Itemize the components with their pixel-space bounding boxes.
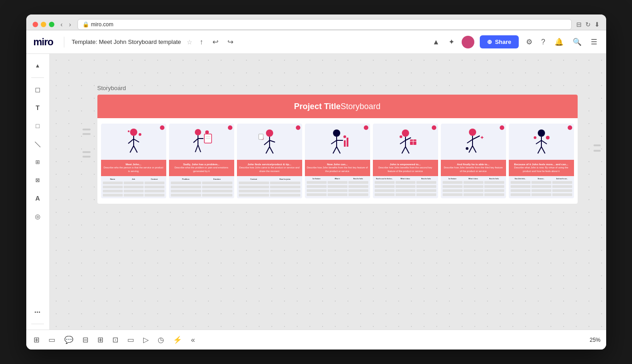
address-bar[interactable]: 🔒 miro.com — [77, 19, 572, 30]
svg-point-18 — [266, 129, 273, 137]
scene-card-1[interactable]: Meet John... Describe who the person is … — [101, 124, 166, 198]
svg-rect-25 — [259, 134, 263, 139]
tool-note[interactable]: ◻ — [29, 81, 46, 98]
document-title[interactable]: Template: Meet John Storyboard template — [72, 38, 181, 45]
side-notes — [82, 129, 91, 158]
lock-icon: 🔒 — [82, 21, 89, 28]
spark-tool[interactable]: ⚡ — [171, 334, 184, 346]
tool-shape[interactable]: □ — [29, 118, 46, 134]
scene-illustration-1 — [101, 124, 166, 160]
cast-button[interactable]: ⊟ — [576, 21, 582, 28]
close-button[interactable] — [33, 22, 38, 27]
favorite-icon[interactable]: ☆ — [187, 38, 193, 46]
svg-point-17 — [205, 130, 209, 134]
svg-line-20 — [264, 140, 270, 145]
svg-point-52 — [466, 147, 468, 150]
sidebar-toggle-button[interactable]: ☰ — [589, 36, 599, 48]
scene-card-3[interactable]: John finds service/product & tip... Desc… — [237, 124, 302, 198]
tool-font[interactable]: A — [29, 190, 46, 206]
magic-button[interactable]: ✦ — [447, 36, 456, 48]
settings-button[interactable]: ⚙ — [524, 36, 534, 48]
scene-dot-6 — [500, 125, 504, 130]
scene-table-7: Now John feels... Because... And now he … — [509, 176, 574, 198]
svg-point-8 — [195, 129, 201, 135]
maximize-button[interactable] — [49, 22, 54, 27]
svg-point-6 — [139, 133, 141, 136]
scene-card-6[interactable]: ✦ And finally he is able to... Describe … — [441, 124, 506, 198]
scene-dot-5 — [432, 125, 436, 130]
scene-table-3: Context How he joins — [237, 176, 302, 198]
svg-point-44 — [400, 135, 402, 138]
back-button[interactable]: ‹ — [59, 20, 65, 29]
embed-tool[interactable]: ⊡ — [111, 334, 120, 346]
refresh-button[interactable]: ↻ — [585, 21, 591, 28]
svg-line-37 — [400, 140, 405, 144]
timer-tool[interactable]: ◷ — [156, 334, 166, 346]
svg-line-57 — [538, 147, 541, 153]
svg-line-13 — [198, 145, 201, 152]
export-button[interactable]: ↑ — [198, 36, 205, 48]
svg-line-3 — [134, 139, 139, 142]
svg-line-21 — [270, 140, 275, 142]
notifications-button[interactable]: 🔔 — [553, 36, 565, 48]
figure-svg-6: ✦ — [460, 128, 487, 156]
storyboard-content: Meet John... Describe who the person is … — [97, 118, 578, 204]
separator — [64, 37, 64, 48]
forward-button[interactable]: › — [67, 20, 73, 29]
svg-line-55 — [536, 140, 541, 144]
scene-illustration-3 — [237, 124, 302, 160]
figure-svg-2 — [188, 128, 215, 156]
share-button[interactable]: ⊕ Share — [480, 35, 518, 48]
separator — [31, 77, 44, 78]
scene-table-6: 1st feature What it does How he feels — [441, 176, 506, 198]
figure-svg-4 — [324, 128, 351, 156]
svg-point-34 — [343, 135, 346, 138]
svg-point-35 — [402, 129, 409, 137]
help-button[interactable]: ? — [540, 36, 547, 48]
scene-caption-6: And finally he is able to... Describe ho… — [441, 160, 506, 176]
scene-card-7[interactable]: Because of it John feels more... and can… — [509, 124, 574, 198]
scene-card-5[interactable]: John is empowered to... Describe how Joh… — [373, 124, 438, 198]
tool-image[interactable]: ⊠ — [29, 172, 46, 188]
chat-tool[interactable]: ⊟ — [81, 334, 90, 346]
tool-text[interactable]: T — [29, 100, 46, 116]
undo-button[interactable]: ↩ — [211, 36, 220, 48]
scene-dot-4 — [364, 125, 368, 130]
frame-tool[interactable]: ▭ — [47, 334, 57, 346]
browser-chrome: ‹ › 🔒 miro.com ⊟ ↻ ⬇ — [26, 14, 606, 30]
collapse-tool[interactable]: « — [189, 334, 197, 346]
header-normal-text: Storyboard — [341, 102, 381, 111]
redo-button[interactable]: ↪ — [226, 36, 235, 48]
tool-line[interactable]: │ — [26, 133, 49, 156]
comment-tool[interactable]: 💬 — [63, 334, 75, 346]
table-tool[interactable]: ⊞ — [96, 334, 105, 346]
figure-svg-3 — [256, 128, 283, 156]
download-button[interactable]: ⬇ — [594, 21, 600, 28]
grid-tool[interactable]: ⊞ — [32, 334, 41, 346]
scene-dot-7 — [568, 125, 572, 130]
figure-svg-7 — [528, 128, 555, 156]
svg-line-58 — [541, 147, 545, 153]
scene-card-4[interactable]: Now John can... Describe how John benefi… — [305, 124, 370, 198]
video-tool[interactable]: ▷ — [141, 334, 150, 346]
tool-frame[interactable]: ⊞ — [29, 154, 46, 170]
scene-card-2[interactable]: Sadly, John has a problem... Describe wh… — [169, 124, 234, 198]
tool-more[interactable]: ••• — [29, 304, 46, 320]
tool-eye[interactable]: ◎ — [29, 208, 46, 225]
canvas-area[interactable]: Storyboard Project Title Storyboard — [50, 54, 606, 330]
zoom-level[interactable]: 25% — [589, 337, 600, 343]
svg-line-30 — [333, 147, 337, 153]
svg-line-22 — [266, 147, 270, 153]
avatar[interactable] — [462, 36, 474, 48]
minimize-button[interactable] — [41, 22, 46, 27]
image-tool[interactable]: ▭ — [125, 334, 136, 346]
tool-select[interactable]: ▲ — [29, 57, 46, 74]
scene-dot-3 — [296, 125, 300, 130]
header-bold-text: Project Title — [294, 102, 341, 111]
cursor-button[interactable]: ▲ — [431, 36, 442, 48]
svg-line-23 — [270, 147, 273, 153]
search-button[interactable]: 🔍 — [571, 36, 584, 48]
storyboard-frame[interactable]: Project Title Storyboard — [97, 95, 578, 204]
traffic-lights — [33, 22, 54, 27]
svg-line-5 — [134, 146, 137, 153]
